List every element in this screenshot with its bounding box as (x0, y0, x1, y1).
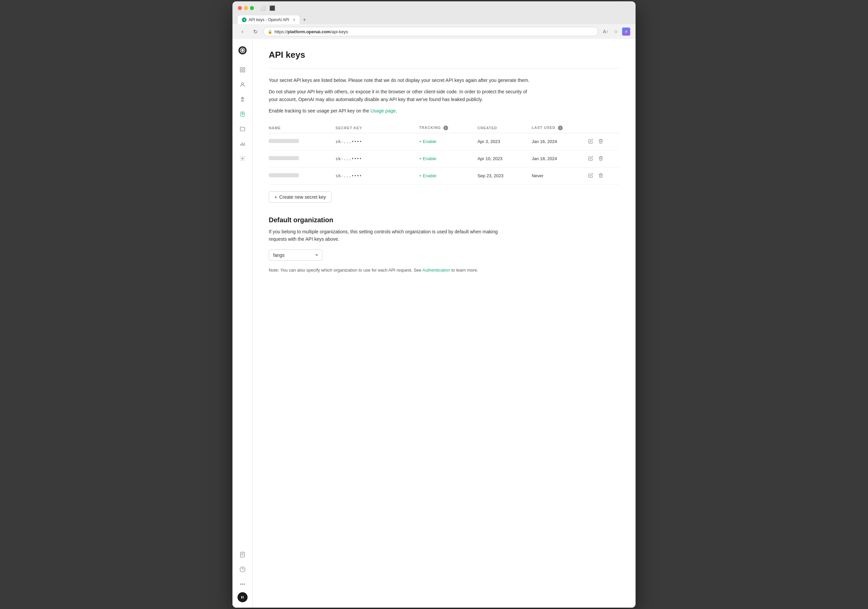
main-content: API keys Your secret API keys are listed… (253, 39, 636, 607)
delete-key-button-0[interactable] (596, 137, 605, 146)
tab-close-button[interactable]: ✕ (293, 18, 296, 22)
edit-key-button-0[interactable] (586, 137, 595, 146)
avatar[interactable]: H (237, 592, 248, 602)
svg-point-9 (240, 567, 245, 572)
toolbar-actions: A↑ ☆ ⚡ (601, 28, 630, 36)
sidebar-item-help[interactable] (236, 563, 249, 576)
col-header-last-used: LAST USED i (532, 123, 586, 133)
key-last-used-cell: Jan 18, 2024 (532, 150, 586, 167)
address-bar[interactable]: 🔒 https://platform.openai.com/api-keys (264, 27, 598, 36)
secure-icon: 🔒 (268, 29, 273, 34)
logo[interactable] (237, 44, 249, 56)
usage-page-link[interactable]: Usage page (370, 108, 396, 113)
page-title: API keys (269, 50, 619, 60)
table-row: sk-...•••• + Enable Apr 3, 2023 Jan 16, … (269, 133, 619, 150)
read-aloud-button[interactable]: A↑ (601, 28, 610, 36)
close-window-button[interactable] (238, 6, 242, 10)
key-last-used-cell: Jan 16, 2024 (532, 133, 586, 150)
url-display: https://platform.openai.com/api-keys (274, 29, 348, 34)
key-name-cell (269, 133, 336, 150)
tracking-info-icon[interactable]: i (443, 125, 448, 130)
description-2: Do not share your API key with others, o… (269, 88, 531, 103)
key-actions-cell (586, 133, 619, 150)
last-used-info-icon[interactable]: i (558, 125, 563, 130)
refresh-button[interactable]: ↻ (251, 27, 260, 36)
active-tab[interactable]: ✦ API keys - OpenAI API ✕ (238, 15, 300, 24)
create-new-secret-key-button[interactable]: + Create new secret key (269, 192, 332, 203)
col-header-name: NAME (269, 123, 336, 133)
sidebar-item-docs[interactable] (236, 548, 249, 561)
svg-rect-5 (240, 112, 244, 116)
delete-key-button-1[interactable] (596, 155, 605, 163)
col-header-actions (586, 123, 619, 133)
sidebar-item-files[interactable] (236, 122, 249, 136)
svg-rect-8 (240, 552, 245, 557)
edit-key-button-1[interactable] (586, 155, 595, 163)
key-name-cell (269, 167, 336, 184)
svg-point-12 (244, 584, 245, 584)
redacted-name-1 (269, 156, 299, 160)
svg-rect-1 (243, 68, 245, 69)
enable-tracking-link-0[interactable]: + Enable (419, 139, 436, 144)
sidebar-item-settings[interactable] (236, 152, 249, 165)
key-created-cell: Sep 23, 2023 (477, 167, 532, 184)
tab-title: API keys - OpenAI API (249, 17, 289, 22)
default-org-title: Default organization (269, 216, 619, 224)
enable-tracking-link-2[interactable]: + Enable (419, 173, 436, 178)
col-header-created: CREATED (477, 123, 532, 133)
key-actions-cell (586, 150, 619, 167)
browser-tab-icon: ⬜ (259, 5, 266, 11)
secret-key-value-1: sk-...•••• (336, 156, 362, 161)
sidebar-item-api-keys[interactable] (236, 107, 249, 121)
redacted-name-2 (269, 173, 299, 177)
browser-toolbar: ‹ ↻ 🔒 https://platform.openai.com/api-ke… (232, 24, 636, 39)
org-selector[interactable]: fangs (269, 249, 322, 261)
secret-key-value-2: sk-...•••• (336, 173, 362, 178)
authentication-link[interactable]: Authentication (422, 267, 450, 273)
extension-icon[interactable]: ⚡ (622, 28, 630, 36)
redacted-name-0 (269, 139, 299, 143)
secret-key-value-0: sk-...•••• (336, 139, 362, 144)
sidebar-item-playground[interactable] (236, 63, 249, 77)
key-tracking-cell[interactable]: + Enable (419, 150, 477, 167)
svg-rect-3 (243, 71, 245, 72)
sidebar-item-assistants[interactable] (236, 78, 249, 91)
col-header-secret-key: SECRET KEY (336, 123, 419, 133)
key-tracking-cell[interactable]: + Enable (419, 133, 477, 150)
new-tab-button[interactable]: + (300, 15, 309, 24)
traffic-lights (238, 6, 254, 10)
key-tracking-cell[interactable]: + Enable (419, 167, 477, 184)
create-key-label: Create new secret key (279, 195, 326, 200)
back-button[interactable]: ‹ (238, 27, 247, 36)
maximize-window-button[interactable] (250, 6, 254, 10)
sidebar-item-usage[interactable] (236, 137, 249, 150)
svg-point-11 (242, 584, 243, 584)
org-note: Note: You can also specify which organiz… (269, 267, 504, 273)
table-row: sk-...•••• + Enable Apr 10, 2023 Jan 18,… (269, 150, 619, 167)
svg-point-10 (240, 584, 241, 584)
svg-point-7 (242, 158, 243, 159)
browser-window-icon: ⬛ (269, 5, 276, 11)
svg-rect-2 (240, 71, 242, 72)
minimize-window-button[interactable] (244, 6, 248, 10)
col-header-tracking: TRACKING i (419, 123, 477, 133)
app-layout: H API keys Your secret API keys are list… (232, 39, 636, 607)
key-last-used-cell: Never (532, 167, 586, 184)
delete-key-button-2[interactable] (596, 172, 605, 180)
edit-key-button-2[interactable] (586, 172, 595, 180)
key-actions-cell (586, 167, 619, 184)
description-1: Your secret API keys are listed below. P… (269, 77, 531, 84)
api-keys-table: NAME SECRET KEY TRACKING i CREATED (269, 123, 619, 185)
create-key-plus-icon: + (274, 195, 277, 200)
tab-favicon: ✦ (242, 17, 246, 22)
divider (269, 68, 619, 68)
svg-point-6 (242, 113, 243, 114)
sidebar-item-fine-tuning[interactable] (236, 93, 249, 106)
enable-tracking-link-1[interactable]: + Enable (419, 156, 436, 161)
svg-rect-0 (240, 68, 242, 69)
sidebar: H (232, 39, 253, 607)
key-value-cell: sk-...•••• (336, 150, 419, 167)
tab-bar: ✦ API keys - OpenAI API ✕ + (238, 15, 630, 24)
bookmark-button[interactable]: ☆ (612, 28, 619, 36)
sidebar-item-apps[interactable] (236, 577, 249, 591)
